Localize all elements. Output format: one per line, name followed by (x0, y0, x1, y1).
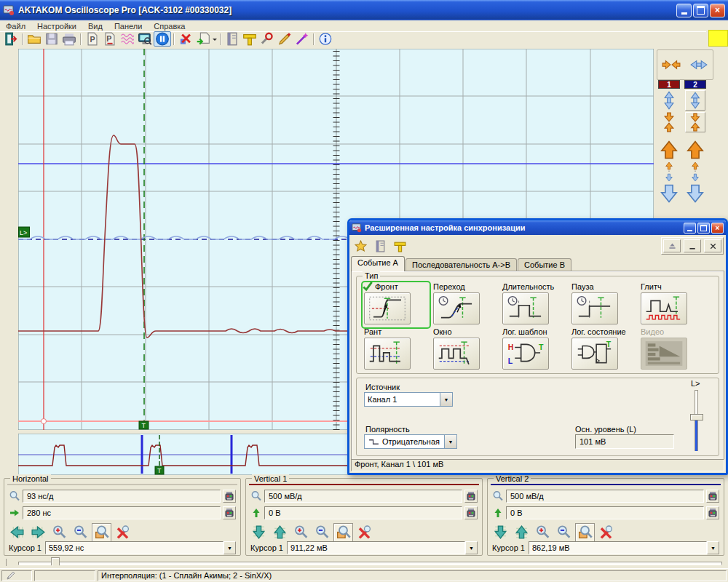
ch1-move-up-button[interactable] (659, 140, 679, 160)
waveforms-button[interactable] (119, 31, 136, 47)
horizontal-scale-knob-button[interactable] (223, 490, 236, 503)
compress-horizontal-button[interactable] (662, 57, 681, 73)
save-button[interactable] (43, 31, 60, 47)
h-zoom-in-button[interactable] (50, 523, 69, 542)
minimize-button[interactable] (676, 4, 692, 17)
trigger-type-runt[interactable]: Рант (363, 327, 430, 372)
pan-left-button[interactable] (7, 523, 27, 542)
ch2-nudge-button[interactable] (685, 162, 705, 182)
ch2-compress-vertical-button[interactable] (685, 112, 705, 132)
info-button[interactable] (317, 31, 334, 47)
v2-pan-up-button[interactable] (512, 523, 531, 542)
close-button[interactable]: × (710, 4, 725, 17)
v2-cursor-value-field[interactable]: 862,19 мВ (529, 541, 707, 554)
vertical1-offset-knob-button[interactable] (464, 506, 478, 519)
trigger-type-glitch[interactable]: Глитч (639, 282, 706, 327)
h-cursor-dropdown[interactable]: ▼ (223, 541, 236, 554)
v1-zoom-window-button[interactable] (333, 523, 353, 542)
expand-horizontal-button[interactable] (689, 57, 708, 73)
vertical1-offset-field[interactable]: 0 В (264, 506, 462, 519)
pause-button[interactable] (154, 31, 171, 47)
base-level-field[interactable]: 101 мВ (575, 434, 674, 449)
delete-marker-button[interactable] (177, 31, 194, 47)
ch1-move-down-button[interactable] (659, 183, 679, 204)
v1-zoom-in-button[interactable] (291, 523, 311, 542)
trigger-type-duration[interactable]: Длительность (501, 282, 568, 327)
calibrate-button[interactable] (258, 31, 276, 47)
dialog-minimize-button[interactable] (684, 223, 696, 234)
display-search-button[interactable] (136, 31, 154, 47)
v1-pan-up-button[interactable] (270, 523, 290, 542)
tab-event-b[interactable]: Событие B (518, 258, 571, 271)
pan-right-button[interactable] (28, 523, 48, 542)
print-button[interactable] (60, 31, 78, 47)
maximize-button[interactable] (693, 4, 708, 17)
ch1-compress-vertical-button[interactable] (659, 112, 679, 132)
vertical1-scale-knob-button[interactable] (464, 490, 478, 503)
panel-close-button[interactable] (704, 239, 721, 252)
ch2-move-up-button[interactable] (685, 140, 705, 160)
v2-cursor-dropdown[interactable]: ▼ (707, 541, 719, 554)
trigger-type-front[interactable]: Фронт (363, 282, 430, 327)
favorites-button[interactable] (352, 238, 370, 255)
panel-minimize-button[interactable] (684, 239, 701, 252)
v1-pan-down-button[interactable] (249, 523, 269, 542)
v1-zoom-out-button[interactable] (312, 523, 332, 542)
vertical2-offset-knob-button[interactable] (706, 506, 719, 519)
v1-zoom-reset-button[interactable] (355, 523, 374, 542)
copy-page-button[interactable]: P (84, 31, 101, 47)
v1-cursor-dropdown[interactable]: ▼ (465, 541, 478, 554)
tab-event-a[interactable]: Событие A (351, 256, 405, 271)
ch1-expand-vertical-button[interactable] (659, 90, 679, 111)
dialog-close-button[interactable]: × (711, 223, 724, 234)
import-dropdown-caret[interactable] (212, 33, 218, 45)
v2-zoom-in-button[interactable] (533, 523, 553, 542)
h-zoom-window-button[interactable] (92, 523, 111, 542)
trackbar[interactable] (18, 562, 722, 565)
v2-zoom-reset-button[interactable] (596, 523, 616, 542)
trigger-type-state[interactable]: Лог. состояние T (570, 327, 637, 372)
trigger-type-pattern[interactable]: Лог. шаблон HLT (501, 327, 568, 372)
h-zoom-reset-button[interactable] (113, 523, 132, 542)
polarity-select[interactable]: Отрицательная ▼ (364, 434, 457, 449)
horizontal-offset-field[interactable]: 280 нс (23, 506, 221, 519)
exit-button[interactable] (2, 31, 20, 47)
h-zoom-out-button[interactable] (71, 523, 90, 542)
v1-cursor-value-field[interactable]: 911,22 мВ (287, 541, 465, 554)
menu-file[interactable]: Файл (0, 22, 31, 31)
notebook-button[interactable] (371, 238, 389, 255)
vertical2-offset-field[interactable]: 0 В (506, 506, 704, 519)
chevron-down-icon[interactable]: ▼ (444, 435, 456, 448)
paint-button[interactable] (276, 31, 293, 47)
menu-help[interactable]: Справка (148, 22, 191, 31)
dialog-titlebar[interactable]: Расширенная настройка синхронизации × (349, 220, 726, 235)
horizontal-scale-field[interactable]: 93 нс/д (23, 490, 221, 503)
v2-zoom-window-button[interactable] (575, 523, 595, 542)
menu-settings[interactable]: Настройки (31, 22, 82, 31)
chevron-down-icon[interactable]: ▼ (440, 393, 452, 406)
ch2-expand-vertical-button[interactable] (685, 90, 705, 111)
ruler-button[interactable] (391, 238, 409, 255)
trigger-type-pause[interactable]: Пауза (570, 282, 637, 327)
t-ruler-button[interactable] (241, 31, 258, 47)
ch2-move-down-button[interactable] (685, 183, 705, 204)
v2-zoom-out-button[interactable] (554, 523, 574, 542)
v2-pan-down-button[interactable] (491, 523, 510, 542)
vertical1-scale-field[interactable]: 500 мВ/д (264, 490, 462, 503)
import-button[interactable] (194, 31, 212, 47)
source-select[interactable]: Канал 1 ▼ (364, 392, 453, 407)
wizard-button[interactable] (293, 31, 311, 47)
menu-panels[interactable]: Панели (108, 22, 148, 31)
tab-sequence-ab[interactable]: Последовательность A->B (405, 258, 517, 271)
panel-notebook-button[interactable] (223, 31, 241, 47)
color-indicator-tile[interactable] (708, 30, 728, 47)
h-cursor-value-field[interactable]: 559,92 нс (45, 541, 223, 554)
horizontal-offset-knob-button[interactable] (223, 506, 236, 519)
vertical2-scale-knob-button[interactable] (706, 490, 719, 503)
panel-export-button[interactable] (663, 239, 681, 252)
vertical2-scale-field[interactable]: 500 мВ/д (506, 490, 704, 503)
copy-page-alt-button[interactable]: P (101, 31, 119, 47)
trigger-type-window[interactable]: Окно (432, 327, 499, 372)
open-folder-button[interactable] (25, 31, 43, 47)
ch1-nudge-button[interactable] (659, 162, 679, 182)
